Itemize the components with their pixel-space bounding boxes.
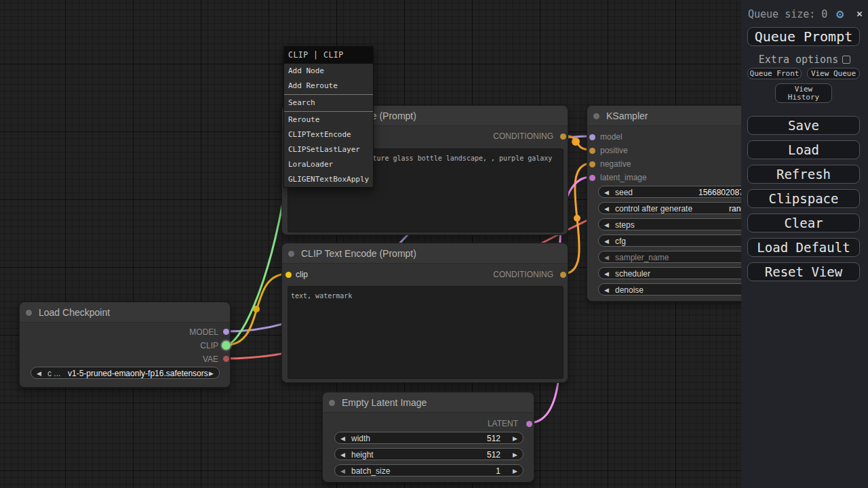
output-label-vae: VAE [203,354,218,364]
queue-prompt-button[interactable]: Queue Prompt [747,27,860,46]
collapse-dot-icon[interactable] [26,310,32,316]
save-button[interactable]: Save [747,116,860,135]
node-header[interactable]: CLIP Text Encode (Prompt) [282,243,568,264]
widget-label: width [351,434,370,443]
prev-value-arrow-icon[interactable]: ◀ [604,205,609,212]
next-value-arrow-icon[interactable]: ▶ [513,451,517,458]
widget-value: 1566802087 [698,188,744,197]
menu-item-search[interactable]: Search [284,96,373,110]
prev-value-arrow-icon[interactable]: ◀ [604,270,609,277]
widget-cfg[interactable]: ◀ cfg [598,235,760,247]
input-slot-positive[interactable] [589,148,595,154]
node-load-checkpoint-header[interactable]: Load Checkpoint [20,302,230,323]
menu-separator [284,111,373,112]
node-empty-latent-image[interactable]: Empty Latent Image LATENT ◀ width 512 ▶ … [322,392,534,483]
output-label-conditioning: CONDITIONING [493,131,553,141]
prev-value-arrow-icon[interactable]: ◀ [604,238,609,245]
node-header[interactable]: Empty Latent Image [323,392,534,413]
menu-item-reroute[interactable]: Reroute [284,113,373,127]
next-value-arrow-icon[interactable]: ▶ [209,370,214,377]
queue-sidebar: Queue size: 0 ⚙ ✕ Queue Prompt Extra opt… [741,0,868,488]
extra-options-checkbox[interactable] [842,56,850,64]
collapse-dot-icon[interactable] [288,251,294,257]
close-icon[interactable]: ✕ [856,7,863,20]
queue-front-button[interactable]: Queue Front [747,68,802,79]
prev-value-arrow-icon[interactable]: ◀ [340,468,345,474]
input-label-model: model [600,132,623,142]
input-slot-negative[interactable] [589,161,595,167]
output-slot-conditioning[interactable] [560,272,566,278]
collapse-dot-icon[interactable] [329,400,335,406]
widget-ckpt-name[interactable]: ◀ c ... v1-5-pruned-emaonly-fp16.safeten… [31,367,220,379]
input-label-negative: negative [600,159,631,169]
menu-item-add-node[interactable]: Add Node [284,64,373,79]
app-window: Load Checkpoint MODEL CLIP VAE ◀ c ... v… [0,0,868,488]
node-clip-text-encode-negative[interactable]: CLIP Text Encode (Prompt) clip CONDITION… [281,243,568,383]
input-slot-model[interactable] [589,134,595,140]
output-label-model: MODEL [189,327,218,337]
menu-item-loraloader[interactable]: LoraLoader [284,157,373,172]
prev-value-arrow-icon[interactable]: ◀ [604,254,609,261]
widget-value: 1 [496,466,500,476]
clear-button[interactable]: Clear [747,214,860,232]
clipspace-button[interactable]: Clipspace [747,189,860,208]
widget-denoise[interactable]: ◀ denoise [598,283,760,296]
prev-value-arrow-icon[interactable]: ◀ [340,451,345,458]
input-slot-latent-image[interactable] [589,175,595,181]
load-default-button[interactable]: Load Default [747,238,860,257]
widget-label: sampler_name [615,253,669,262]
widget-width[interactable]: ◀ width 512 ▶ [334,432,524,444]
output-slot-clip-active[interactable] [222,341,231,350]
widget-seed[interactable]: ◀ seed 1566802087 [598,186,760,198]
extra-options-label: Extra options [759,54,838,66]
widget-value: 512 [487,450,500,460]
menu-item-gligentextboxapply[interactable]: GLIGENTextBoxApply [284,172,373,187]
widget-steps[interactable]: ◀ steps [598,218,760,230]
widget-label: control after generate [615,204,692,214]
context-menu: CLIP | CLIP Add Node Add Reroute Search … [283,46,374,188]
output-label-conditioning: CONDITIONING [493,270,553,279]
refresh-button[interactable]: Refresh [747,165,860,184]
widget-value: v1-5-pruned-emaonly-fp16.safetensors [68,369,208,378]
menu-item-clipsetlastlayer[interactable]: CLIPSetLastLayer [284,142,373,157]
extra-options-row: Extra options [741,54,868,66]
context-menu-title: CLIP | CLIP [284,47,373,64]
prev-value-arrow-icon[interactable]: ◀ [37,370,41,377]
menu-separator [284,94,373,95]
queue-size-label: Queue size: 0 [748,8,827,20]
node-title: Empty Latent Image [342,397,427,408]
next-value-arrow-icon[interactable]: ▶ [513,468,517,474]
widget-label: cfg [615,237,626,246]
node-load-checkpoint[interactable]: Load Checkpoint MODEL CLIP VAE ◀ c ... v… [19,302,231,388]
prompt-textarea[interactable]: text, watermark [288,286,564,379]
menu-item-cliptextencode[interactable]: CLIPTextEncode [284,127,373,142]
widget-height[interactable]: ◀ height 512 ▶ [334,448,524,460]
output-label-clip: CLIP [200,341,218,350]
output-slot-conditioning[interactable] [560,134,566,140]
widget-label: batch_size [351,466,390,476]
widget-scheduler[interactable]: ◀ scheduler [598,267,760,279]
queue-status-row: Queue size: 0 ⚙ ✕ [748,7,863,22]
menu-item-add-reroute[interactable]: Add Reroute [284,79,373,94]
widget-sampler-name[interactable]: ◀ sampler_name [598,251,760,263]
input-slot-clip[interactable] [285,272,292,278]
prev-value-arrow-icon[interactable]: ◀ [604,189,609,196]
load-button[interactable]: Load [747,140,860,159]
input-label-clip: clip [296,270,308,279]
output-slot-latent[interactable] [526,421,532,427]
settings-gear-icon[interactable]: ⚙ [836,6,844,21]
prev-value-arrow-icon[interactable]: ◀ [604,222,609,228]
output-slot-model[interactable] [223,329,229,335]
prev-value-arrow-icon[interactable]: ◀ [340,435,345,442]
output-slot-vae[interactable] [223,356,229,362]
next-value-arrow-icon[interactable]: ▶ [513,435,517,442]
reset-view-button[interactable]: Reset View [747,262,860,281]
widget-batch-size[interactable]: ◀ batch_size 1 ▶ [334,464,524,476]
collapse-dot-icon[interactable] [593,113,599,119]
node-title: KSampler [606,110,648,121]
widget-label: denoise [615,285,644,295]
view-history-button[interactable]: View History [775,83,832,103]
prev-value-arrow-icon[interactable]: ◀ [604,287,609,293]
widget-control-after-generate[interactable]: ◀ control after generate randomize [598,202,760,214]
view-queue-button[interactable]: View Queue [807,68,860,79]
